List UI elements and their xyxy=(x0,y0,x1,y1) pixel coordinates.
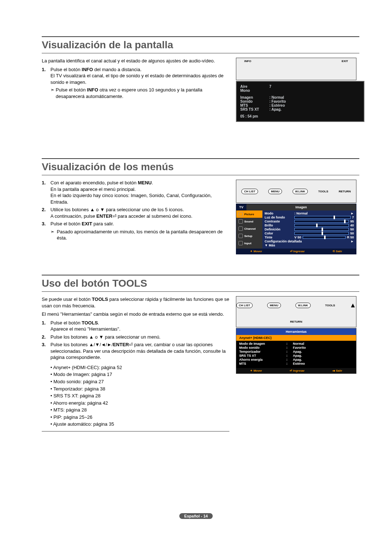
tool-value: Apag. xyxy=(293,350,302,353)
bullet-list: • Anynet+ (HDMI-CEC): página 52 • Modo d… xyxy=(50,364,229,428)
osd-label: SRS TS XT xyxy=(240,107,269,111)
tool-value: Favorito xyxy=(293,346,306,349)
footer-mover: Mover xyxy=(253,369,262,372)
nav-item: Setup xyxy=(244,234,252,238)
setup-icon xyxy=(238,234,243,238)
section1-intro: La pantalla identifica el canal actual y… xyxy=(42,58,229,64)
osd-label: Mono xyxy=(240,89,269,93)
chlist-button: CH LIST xyxy=(241,189,258,194)
menu-label: Contraste xyxy=(265,220,294,223)
section2-title: Visualización de los menús xyxy=(42,158,359,175)
bold: TOOLS xyxy=(82,320,98,326)
bold: EXIT xyxy=(82,221,92,226)
enter-icon: ⏎ xyxy=(290,369,293,372)
osd-value: : Favorito xyxy=(269,99,286,103)
tools-label: TOOLS xyxy=(325,304,335,307)
list-item: • Ajuste automático: página 35 xyxy=(50,421,229,428)
step-number: 3. xyxy=(42,341,50,361)
list-item: • Anynet+ (HDMI-CEC): página 52 xyxy=(50,364,229,371)
tool-value: Normal xyxy=(293,342,304,345)
menu-label: Brillo xyxy=(265,224,294,227)
tool-label: Ahorro energía xyxy=(239,358,286,361)
menu-label: Modo xyxy=(265,212,294,215)
tool-label: SRS TS XT xyxy=(239,354,286,357)
exit-icon: ⟲ xyxy=(332,250,336,253)
enter-icon: ⏎ xyxy=(290,250,293,253)
nav-icon: ✦ xyxy=(250,250,253,253)
menu-label: Luz de fondo xyxy=(265,216,294,219)
return-label: RETURN xyxy=(339,190,351,193)
step-number: 2. xyxy=(42,206,50,219)
text: Aparece el menú "Herramientas". xyxy=(50,326,229,332)
text: Pulse el botón xyxy=(56,87,87,93)
section3-title: Uso del botón TOOLS xyxy=(42,275,359,292)
list-item: • Temporizador: página 38 xyxy=(50,386,229,392)
footer-salir: Salir xyxy=(336,250,342,253)
text: El TV visualizará el canal, el tipo de s… xyxy=(50,73,229,85)
menu-label: Tinte xyxy=(265,236,294,239)
text: A continuación, pulse xyxy=(50,213,96,219)
footer-ingresar: Ingresar xyxy=(293,369,305,372)
text: Pulse el botón xyxy=(50,67,82,72)
list-item: • Modo sonido: página 27 xyxy=(50,379,229,385)
text: Pulse el botón xyxy=(50,320,82,326)
enter-icon: ⏎ xyxy=(113,213,117,219)
list-item: • Modo de Imagen: página 17 xyxy=(50,371,229,378)
nav-item: Channel xyxy=(244,227,256,230)
bold: MENU xyxy=(138,180,152,185)
text: Con el aparato encendido, pulse el botón xyxy=(50,180,138,185)
tools-title: Herramientas xyxy=(236,328,356,335)
osd-value: : Apag. xyxy=(269,107,282,111)
menu-value: : Normal xyxy=(294,212,308,215)
osd-tv-label: TV xyxy=(236,204,246,210)
text: del mando a distancia. xyxy=(93,67,142,72)
menu-nav: Picture Sound Channel Setup Input xyxy=(236,210,262,249)
menu-value: 95 xyxy=(350,220,354,223)
text: para salir. xyxy=(92,221,114,226)
info-button-label: INFO xyxy=(244,60,251,63)
menu-value: 40 xyxy=(350,224,354,227)
osd-category: Imagen xyxy=(246,204,356,210)
osd-value: : Normal xyxy=(269,95,284,99)
remote-diagram: INFO EXIT xyxy=(236,58,356,80)
tool-value: Apag. xyxy=(293,354,302,357)
nav-item: Picture xyxy=(244,213,254,216)
osd-label: Imagen xyxy=(240,95,269,99)
text: En el lado izquierdo hay cinco iconos: I… xyxy=(50,192,229,205)
footer-mover: Mover xyxy=(254,250,262,253)
up-arrow-icon: ▲ xyxy=(350,302,356,309)
text: . xyxy=(152,180,153,185)
menu-label: Configuración detallada xyxy=(265,240,302,243)
osd-value: : Estéreo xyxy=(269,103,285,107)
menu-value: 50 xyxy=(350,232,354,235)
page-footer: Español - 14 xyxy=(0,514,392,518)
text: para acceder al submenú del icono. xyxy=(117,213,193,219)
step-number: 1. xyxy=(42,66,50,86)
menu-value: R 50 xyxy=(347,236,354,239)
list-item: • SRS TS XT: página 28 xyxy=(50,393,229,399)
note-arrow-icon: ➣ xyxy=(50,87,56,99)
remote-diagram: CH LIST MENU W.LINK TOOLS ▲ RETURN xyxy=(236,296,356,327)
tools-label: TOOLS xyxy=(318,190,328,193)
tool-label: MTS xyxy=(239,362,286,365)
text: El menú "Herramientas" cambia según el m… xyxy=(42,311,229,318)
bold: INFO xyxy=(87,87,98,93)
text: Pulse los botones ▲/▼/◄/►/ xyxy=(50,342,113,347)
tools-highlight: Anynet+ (HDMI-CEC) xyxy=(236,335,356,341)
bold: INFO xyxy=(82,67,93,72)
step-number: 1. xyxy=(42,320,50,332)
footer-salir: Salir xyxy=(336,369,342,372)
menu-button: MENU xyxy=(268,189,282,194)
osd-label: Sonido xyxy=(240,99,269,103)
info-osd: Aire7 Mono Imagen: Normal Sonido: Favori… xyxy=(236,81,364,122)
channel-icon xyxy=(238,226,243,231)
return-label: RETURN xyxy=(290,320,302,323)
nav-item: Sound xyxy=(244,220,253,223)
exit-button-label: EXIT xyxy=(342,60,348,63)
text: Pulse los botones ▲ o ▼ para seleccionar… xyxy=(50,334,229,340)
list-item: • PIP: página 25~26 xyxy=(50,414,229,421)
wlink-button: W.LINK xyxy=(295,303,311,308)
nav-item: Input xyxy=(244,242,252,245)
tinte-pre: V 50 xyxy=(294,236,301,239)
tool-label: Modo de Imagen xyxy=(239,342,286,345)
